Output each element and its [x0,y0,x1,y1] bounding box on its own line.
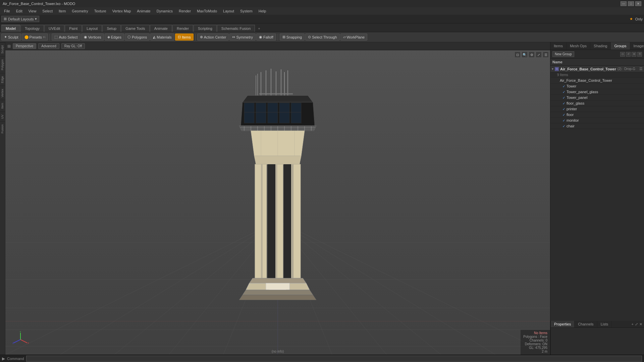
tab-channels[interactable]: Channels [575,321,597,327]
edges-button[interactable]: ◈ Edges [105,34,124,41]
list-item-floor[interactable]: ✓ floor [550,112,644,118]
viewport-settings-icon[interactable]: ⚙ [529,52,535,58]
expand-panel-icon[interactable]: ⤢ [635,322,638,326]
menu-file[interactable]: File [1,8,13,14]
polygons-button[interactable]: ⬡ Polygons [125,34,150,41]
minimize-button[interactable]: — [621,1,627,6]
tab-model[interactable]: Model [1,25,20,32]
tab-groups[interactable]: Groups [611,42,630,50]
action-center-button[interactable]: ⊕ Action Center [197,34,229,41]
group-row[interactable]: ▾ G Air_Force_Base_Control_Tower (2) : D… [550,66,644,72]
item-eye-icon[interactable]: ✓ [562,119,565,122]
tab-mesh-ops[interactable]: Mesh Ops [567,42,590,50]
viewport-expand-icon: ⊞ [7,44,11,49]
item-eye-icon[interactable]: ✓ [562,84,565,88]
list-item-floor-glass[interactable]: ✓ floor_glass [550,101,644,106]
sidebar-tab-vertex[interactable]: Vertex [0,86,5,100]
group-chevron[interactable]: ▾ [552,67,553,71]
tab-setup[interactable]: Setup [102,25,121,32]
item-eye-icon[interactable]: ✓ [562,124,565,128]
materials-button[interactable]: ◭ Materials [150,34,174,41]
ray-gl-button[interactable]: Ray GL: Off [61,43,85,49]
viewport[interactable]: X Z Y ⊡ 🔍 ⚙ ⤢ ☰ No Items Polygons : Fa [5,50,550,355]
list-item-chair[interactable]: ✓ chair [550,123,644,129]
menu-texture[interactable]: Texture [92,8,109,14]
tab-images[interactable]: Images [630,42,644,50]
groups-settings-icon[interactable]: ⚙ [632,52,636,57]
sidebar-tab-fusion[interactable]: Fusion [0,121,5,136]
item-eye-icon[interactable]: ✓ [562,102,565,105]
add-list-button[interactable]: + [632,322,634,326]
menu-select[interactable]: Select [40,8,55,14]
viewport-expand-button[interactable]: ⤢ [536,52,542,58]
select-through-button[interactable]: ⊙ Select Through [305,34,339,41]
menu-dynamics[interactable]: Dynamics [154,8,175,14]
menu-maxtomodo[interactable]: MaxToModo [194,8,220,14]
tab-game-tools[interactable]: Game Tools [121,25,150,32]
tab-lists[interactable]: Lists [597,321,612,327]
tab-render[interactable]: Render [172,25,193,32]
close-panel-icon[interactable]: ✕ [639,322,642,326]
sidebar-tab-item[interactable]: Item [0,100,5,112]
list-item-monitor[interactable]: ✓ monitor [550,118,644,123]
tab-properties[interactable]: Properties [551,321,575,327]
menu-help[interactable]: Help [256,8,269,14]
sidebar-tab-edge[interactable]: Edge [0,73,5,86]
auto-select-button[interactable]: ⬚ Auto Select [52,34,80,41]
menu-render[interactable]: Render [176,8,194,14]
item-eye-icon[interactable]: ✓ [562,96,565,100]
groups-reload-icon[interactable]: ↺ [626,52,631,57]
tab-topology[interactable]: Topology [20,25,44,32]
menu-system[interactable]: System [237,8,255,14]
vertices-button[interactable]: ◉ Vertices [81,34,104,41]
action-center-label: Action Center [204,35,226,39]
menu-vertex-map[interactable]: Vertex Map [110,8,134,14]
menu-item[interactable]: Item [56,8,68,14]
list-item-control-tower[interactable]: Air_Force_Base_Control_Tower [550,78,644,83]
falloff-button[interactable]: ◉ Falloff [256,34,276,41]
tab-scripting[interactable]: Scripting [194,25,217,32]
viewport-search-button[interactable]: 🔍 [522,52,528,58]
tab-items[interactable]: Items [550,42,567,50]
close-button[interactable]: ✕ [635,1,641,6]
item-eye-icon[interactable]: ✓ [562,90,565,94]
viewport-menu-button[interactable]: ☰ [543,52,549,58]
command-input[interactable] [26,356,642,362]
workplane-button[interactable]: ▱ WorkPlane [340,34,368,41]
presets-button[interactable]: ⬤ Presets Fi [22,34,48,41]
list-item-tower-panel[interactable]: ✓ Tower_panel [550,95,644,101]
list-item-printer[interactable]: ✓ printer [550,106,644,112]
menu-view[interactable]: View [26,8,39,14]
advanced-button[interactable]: Advanced [38,43,59,49]
list-item-tower[interactable]: ✓ Tower [550,83,644,89]
item-eye-icon[interactable]: ✓ [562,113,565,117]
tab-paint[interactable]: Paint [65,25,82,32]
sidebar-tab-polygon[interactable]: Polygon [0,56,5,73]
group-toggle-icon[interactable]: ☰ [639,67,643,71]
menu-edit[interactable]: Edit [13,8,25,14]
groups-view-icon[interactable]: ⊡ [620,52,625,57]
perspective-button[interactable]: Perspective [13,43,36,49]
items-button[interactable]: ⊡ Items [175,34,194,41]
tab-uvedit[interactable]: UVEdit [44,25,64,32]
item-eye-icon[interactable]: ✓ [562,107,565,111]
new-group-button[interactable]: New Group [552,51,574,57]
snapping-button[interactable]: ⊞ Snapping [280,34,305,41]
tab-schematic-fusion[interactable]: Schematic Fusion [217,25,255,32]
symmetry-button[interactable]: ⇔ Symmetry [229,34,256,41]
viewport-fit-button[interactable]: ⊡ [515,52,521,58]
maximize-button[interactable]: □ [628,1,634,6]
groups-close-icon[interactable]: ☰ [637,52,642,57]
list-item-tower-panel-glass[interactable]: ✓ Tower_panel_glass [550,89,644,95]
sidebar-tab-sculpt[interactable]: Sculpt [0,42,5,56]
menu-animate[interactable]: Animate [134,8,153,14]
sidebar-tab-uv[interactable]: UV [0,112,5,122]
menu-geometry[interactable]: Geometry [69,8,91,14]
sculpt-button[interactable]: ✦ Sculpt [1,34,21,41]
tab-layout[interactable]: Layout [82,25,102,32]
tab-animate[interactable]: Animate [150,25,172,32]
add-tab-button[interactable]: + [255,25,263,32]
layout-selector[interactable]: ⊞ Default Layouts ▾ [1,16,39,22]
tab-shading[interactable]: Shading [590,42,611,50]
menu-layout[interactable]: Layout [220,8,237,14]
